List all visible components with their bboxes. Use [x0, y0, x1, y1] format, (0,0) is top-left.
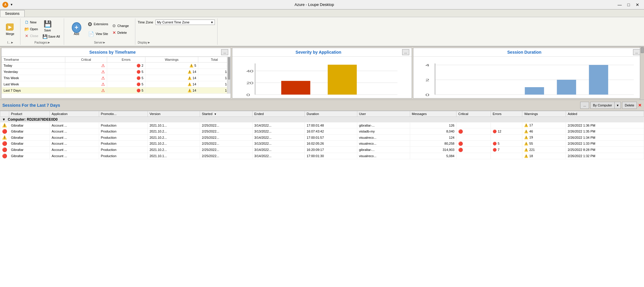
change-button[interactable]: ⚙ Change [110, 23, 131, 29]
add-button[interactable]: + Add [69, 22, 84, 36]
row-errors: 🔴 7 [491, 147, 522, 153]
timeframe-row[interactable]: Today ⚠ 🔴 2 ⚠️ 5 5 [2, 63, 231, 69]
row-errors [491, 135, 522, 141]
row-version: 2021.10.1... [147, 122, 200, 128]
col-header-critical[interactable]: Critical [456, 111, 491, 117]
table-row[interactable]: ⚠️ Gibraltar Account ... Production 2021… [0, 135, 644, 141]
tf-errors-cell: 🔴 5 [107, 81, 145, 87]
merge-button[interactable]: ▶ Merge [2, 22, 18, 36]
restore-button[interactable]: □ [624, 1, 633, 8]
critical-badge: 🔴 [137, 89, 141, 92]
row-icon-cell: ⚠️ [0, 122, 9, 128]
extensions-icon: ⚙ [86, 20, 94, 29]
col-header-warnings[interactable]: Warnings [522, 111, 566, 117]
tf-errors-cell: 🔴 5 [107, 69, 145, 75]
timeframe-row[interactable]: This Week ⚠ 🔴 5 ⚠️ 14 14 [2, 75, 231, 81]
row-promotion: Production [99, 153, 147, 159]
timeframe-row[interactable]: Yesterday ⚠ 🔴 5 ⚠️ 14 14 [2, 69, 231, 75]
delete-sessions-button[interactable]: Delete [622, 102, 637, 109]
quick-access-arrow[interactable]: ▼ [10, 3, 13, 6]
col-header-started[interactable]: Started ▼ [200, 111, 252, 117]
save-all-button[interactable]: 💾 Save All [41, 33, 61, 40]
timeframe-scrollbar[interactable] [227, 57, 231, 94]
tf-timeframe-cell: Yesterday [2, 69, 65, 75]
save-all-label: Save All [48, 35, 60, 38]
row-added: 2/26/2022 1:33 PM [566, 141, 644, 147]
row-started: 2/25/2022... [200, 135, 252, 141]
severity-title: Severity by Application [235, 50, 402, 55]
ribbon-group-server-items: + Add ⚙ Extensions 📄 View Site [69, 18, 131, 40]
tf-critical-cell: ⚠ [65, 81, 107, 87]
row-icon-cell: 🔴 [0, 128, 9, 135]
session-duration-more[interactable]: ... [633, 49, 640, 55]
sessions-by-timeframe-header: Sessions by Timeframe ... [1, 48, 231, 57]
col-header-duration[interactable]: Duration [305, 111, 357, 117]
col-header-ended[interactable]: Ended [252, 111, 304, 117]
sessions-title: Sessions For the Last 7 Days [2, 103, 580, 108]
row-user: visualreco... [357, 135, 410, 141]
started-sort-icon: ▼ [214, 113, 217, 116]
new-icon: 🗋 [24, 20, 29, 25]
sessions-header: Sessions For the Last 7 Days ... By Comp… [0, 100, 644, 111]
save-button[interactable]: 💾 Save [41, 18, 54, 33]
timeframe-row[interactable]: Last 7 Days ⚠ 🔴 5 ⚠️ 14 14 [2, 87, 231, 94]
view-site-button[interactable]: 📄 View Site [85, 29, 109, 39]
delete-ribbon-button[interactable]: ✕ Delete [110, 29, 131, 36]
tf-total-cell: 14 [198, 87, 231, 94]
col-header-version[interactable]: Version [147, 111, 200, 117]
table-row[interactable]: 🔴 Gibraltar Account ... Production 2021.… [0, 147, 644, 153]
severity-more[interactable]: ... [402, 49, 409, 55]
col-header-errors[interactable]: Errors [491, 111, 522, 117]
table-row[interactable]: 🔴 Gibraltar Account ... Production 2021.… [0, 128, 644, 135]
col-header-product[interactable]: Product [9, 111, 50, 117]
table-row[interactable]: 🔴 Gibraltar Account ... Production 2021.… [0, 153, 644, 159]
close-button[interactable]: ✕ Close [23, 33, 40, 39]
group-collapse-icon[interactable]: ▼ [2, 117, 6, 122]
timeframe-row[interactable]: Last Week ⚠ 🔴 5 ⚠️ 14 14 [2, 81, 231, 87]
row-version: 2021.10.2... [147, 135, 200, 141]
col-header-user[interactable]: User [357, 111, 410, 117]
tab-sessions[interactable]: Sessions [0, 10, 25, 17]
ribbon-tabs: Sessions [0, 9, 644, 17]
col-header-added[interactable]: Added [566, 111, 644, 117]
change-label: Change [118, 24, 129, 28]
minimize-button[interactable]: — [616, 1, 624, 8]
row-application: Account ... [50, 147, 99, 153]
sessions-controls: ... By Computer ▼ Delete ✕ [580, 102, 642, 109]
sessions-by-timeframe-more[interactable]: ... [221, 49, 228, 55]
row-warnings: ⚠️ 19 [522, 135, 566, 141]
window-controls: — □ ✕ [616, 1, 642, 8]
tf-critical-cell: ⚠ [65, 87, 107, 94]
cell-warn-icon: ⚠️ [524, 135, 528, 139]
severity-header: Severity by Application ... [232, 48, 411, 57]
col-warnings: Warnings [145, 57, 198, 63]
ribbon-group-packages-items: 🗋 New 📂 Open ✕ Close 💾 Save [23, 18, 61, 40]
row-added: 2/26/2022 1:34 PM [566, 135, 644, 141]
row-duration: 16:20:09:17 [305, 147, 357, 153]
open-button[interactable]: 📂 Open [23, 26, 40, 32]
table-row[interactable]: ⚠️ Gibraltar Account ... Production 2021… [0, 122, 644, 128]
timezone-select[interactable]: My Current Time Zone ▼ [156, 20, 215, 25]
row-product: Gibraltar [9, 135, 50, 141]
close-button[interactable]: ✕ [633, 1, 642, 8]
row-warn-icon: ⚠️ [2, 123, 7, 127]
col-header-messages[interactable]: Messages [410, 111, 456, 117]
change-icon: ⚙ [112, 23, 117, 28]
dashboard-scrollbar[interactable] [640, 47, 644, 100]
extensions-label: Extensions [94, 23, 108, 26]
row-duration: 17:00:01:57 [305, 135, 357, 141]
col-header-promotion[interactable]: Promotio... [99, 111, 147, 117]
table-row[interactable]: 🔴 Gibraltar Account ... Production 2021.… [0, 141, 644, 147]
ribbon-group-display-label: Display ▶ [138, 40, 150, 45]
col-header-application[interactable]: Application [50, 111, 99, 117]
row-messages: 124 [410, 135, 456, 141]
close-sessions-button[interactable]: ✕ [638, 103, 642, 108]
sessions-more-button[interactable]: ... [580, 102, 589, 109]
row-duration: 16:07:43:42 [305, 128, 357, 135]
row-critical-icon: 🔴 [2, 147, 7, 152]
new-button[interactable]: 🗋 New [23, 19, 40, 25]
row-critical-icon: 🔴 [2, 141, 7, 146]
extensions-button[interactable]: ⚙ Extensions [85, 20, 109, 29]
session-duration-title: Session Duration [416, 50, 633, 55]
by-computer-button[interactable]: By Computer ▼ [590, 102, 621, 109]
